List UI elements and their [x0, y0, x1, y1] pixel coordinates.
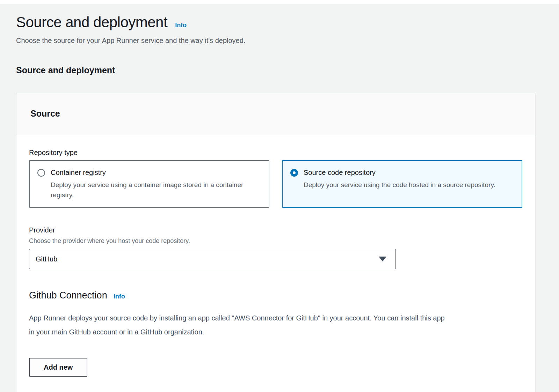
section-heading: Source and deployment [16, 65, 559, 75]
tile-description: Deploy your service using the code hoste… [304, 180, 495, 190]
repository-type-label: Repository type [29, 148, 522, 157]
page-content: Source and deployment Info Choose the so… [0, 4, 559, 392]
tile-text: Source code repository Deploy your servi… [304, 168, 495, 200]
github-connection-header: Github Connection Info [29, 289, 522, 301]
title-info-link[interactable]: Info [175, 22, 187, 29]
add-new-button[interactable]: Add new [29, 358, 87, 377]
github-connection-info-link[interactable]: Info [114, 293, 125, 300]
source-card-body: Repository type Container registry Deplo… [16, 134, 535, 392]
tile-label: Container registry [51, 168, 248, 177]
page-title: Source and deployment [16, 13, 167, 31]
provider-label: Provider [29, 226, 522, 234]
tile-text: Container registry Deploy your service u… [51, 168, 248, 200]
provider-section: Provider Choose the provider where you h… [29, 226, 522, 269]
source-card: Source Repository type Container registr… [16, 93, 535, 392]
caret-down-icon [379, 257, 386, 261]
source-card-header: Source [16, 93, 535, 134]
radio-unselected-icon[interactable] [37, 169, 45, 177]
github-connection-description: App Runner deploys your source code by i… [29, 311, 445, 339]
github-connection-heading: Github Connection [29, 289, 107, 301]
repository-type-tiles: Container registry Deploy your service u… [29, 160, 522, 208]
source-card-title: Source [30, 109, 60, 119]
provider-selected-value: GitHub [36, 255, 57, 263]
top-white-strip [0, 0, 559, 4]
page-subtitle: Choose the source for your App Runner se… [16, 36, 559, 45]
github-connection-section: Github Connection Info App Runner deploy… [29, 289, 522, 377]
tile-source-code-repository[interactable]: Source code repository Deploy your servi… [282, 160, 522, 208]
radio-selected-icon[interactable] [290, 169, 298, 177]
page-header: Source and deployment Info [16, 13, 559, 31]
tile-container-registry[interactable]: Container registry Deploy your service u… [29, 160, 269, 208]
provider-description: Choose the provider where you host your … [29, 237, 522, 245]
tile-label: Source code repository [304, 168, 495, 177]
provider-select[interactable]: GitHub [29, 249, 396, 269]
tile-description: Deploy your service using a container im… [51, 180, 248, 200]
